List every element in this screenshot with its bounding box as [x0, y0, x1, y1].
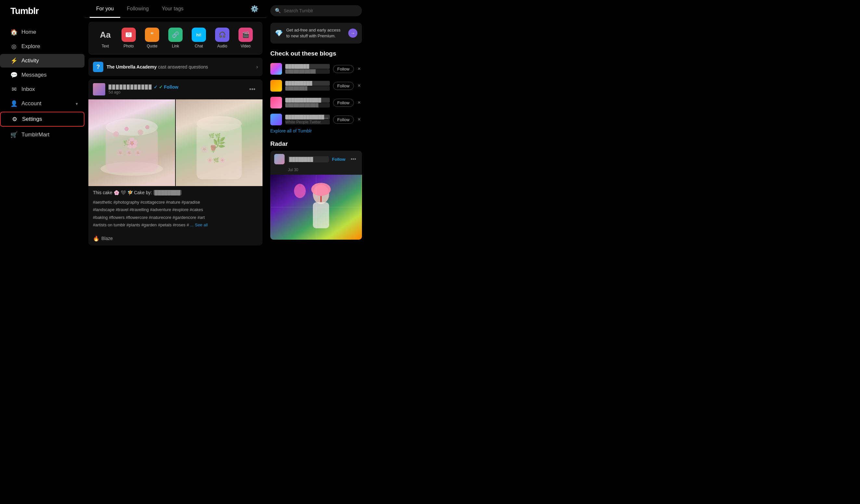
announcement-icon: ?: [93, 62, 103, 72]
post-type-chat[interactable]: hi! Chat: [187, 28, 211, 48]
tag-baking[interactable]: #baking: [93, 215, 108, 220]
svg-text:🌿: 🌿: [123, 139, 130, 146]
tag-naturecore[interactable]: #naturecore: [149, 215, 171, 220]
follow-blog-3-button[interactable]: Follow: [333, 99, 354, 107]
post-images: 🌸🌸🌸 🌿 🌸🌹 🌿🌿 🌸🌿🌸: [88, 99, 262, 186]
svg-rect-25: [299, 184, 301, 187]
blog-info-2: █████████ ████████: [285, 81, 330, 91]
post-menu-button[interactable]: •••: [247, 85, 258, 94]
post-time: 5d ago: [109, 90, 243, 94]
post-follow-button[interactable]: Follow: [164, 85, 178, 90]
tag-travel[interactable]: #travel: [116, 207, 128, 212]
tag-landscape[interactable]: #landscape: [93, 207, 115, 212]
sidebar-item-messages[interactable]: 💬 Messages: [0, 68, 85, 82]
tag-art[interactable]: #art: [198, 215, 205, 220]
dismiss-blog-4-button[interactable]: ×: [356, 116, 362, 123]
tag-garden[interactable]: #garden: [141, 222, 157, 227]
search-box[interactable]: 🔍: [270, 5, 362, 16]
tab-following[interactable]: Following: [120, 0, 155, 18]
radar-avatar: [274, 154, 285, 164]
blog-actions-2: Follow ×: [333, 82, 362, 90]
tag-flowercore[interactable]: #flowercore: [126, 215, 147, 220]
dismiss-blog-1-button[interactable]: ×: [356, 65, 362, 72]
blog-info-1: ████████ ███████████: [285, 64, 330, 74]
tag-petals[interactable]: #petals: [158, 222, 172, 227]
post-avatar: [93, 83, 105, 95]
svg-point-9: [145, 125, 149, 129]
sidebar-item-label: Activity: [22, 58, 39, 64]
activity-icon: ⚡: [10, 57, 17, 64]
tag-cakes[interactable]: #cakes: [190, 207, 203, 212]
post-author-name: ████████████ ✓ ✓ Follow: [109, 85, 243, 90]
post-type-text[interactable]: Aa Text: [94, 28, 117, 48]
tag-travelling[interactable]: #travelling: [130, 207, 149, 212]
post-type-video[interactable]: 🎬 Video: [234, 28, 257, 48]
blaze-button[interactable]: 🔥 Blaze: [93, 235, 113, 242]
blog-item: █████████████████ White People Twitter F…: [270, 111, 362, 128]
post-type-link[interactable]: 🔗 Link: [164, 28, 187, 48]
blog-handle-3: ████████████: [285, 103, 330, 107]
svg-point-7: [125, 127, 129, 131]
tag-flowers[interactable]: #flowers: [109, 215, 125, 220]
radar-image-art: [270, 175, 362, 240]
radar-follow-button[interactable]: Follow: [332, 157, 345, 162]
follow-blog-1-button[interactable]: Follow: [333, 65, 354, 73]
sidebar-item-label: Inbox: [22, 86, 35, 92]
chevron-down-icon: ▾: [76, 101, 78, 106]
post-author-info: ████████████ ✓ ✓ Follow 5d ago: [109, 85, 243, 94]
sidebar-item-label: Home: [22, 29, 36, 35]
sidebar-item-settings[interactable]: ⚙ Settings: [0, 112, 85, 127]
post-type-quote[interactable]: " Quote: [140, 28, 164, 48]
inbox-icon: ✉: [10, 86, 17, 93]
tag-roses[interactable]: #roses: [173, 222, 186, 227]
premium-text: Get ad-free and early access to new stuf…: [286, 27, 345, 39]
sidebar-item-inbox[interactable]: ✉ Inbox: [0, 83, 85, 96]
app-logo: Tumblr: [0, 6, 39, 16]
tag-cottagecore[interactable]: #cottagecore: [140, 200, 165, 205]
radar-header: ████████ Follow •••: [270, 151, 362, 167]
radar-menu-button[interactable]: •••: [349, 155, 358, 163]
follow-blog-2-button[interactable]: Follow: [333, 82, 354, 90]
feed-settings-icon[interactable]: ⚙️: [248, 2, 261, 15]
audio-post-icon: 🎧: [215, 28, 229, 42]
tag-adventure[interactable]: #adventure: [150, 207, 171, 212]
sidebar-item-account[interactable]: 👤 Account ▾: [0, 97, 85, 110]
tag-explore[interactable]: #explore: [172, 207, 188, 212]
photo-post-icon: [121, 28, 136, 42]
svg-rect-19: [313, 202, 329, 228]
blog-avatar-1: [270, 63, 282, 75]
premium-cta-button[interactable]: →: [348, 29, 357, 38]
tag-paradise[interactable]: #paradise: [182, 200, 200, 205]
explore-all-link[interactable]: Explore all of Tumblr: [270, 128, 312, 133]
sidebar-item-activity[interactable]: ⚡ Activity: [0, 54, 85, 68]
tag-nature[interactable]: #nature: [166, 200, 180, 205]
tag-gardencore[interactable]: #gardencore: [173, 215, 196, 220]
announcement-banner[interactable]: ? The Umbrella Academy cast answered que…: [88, 58, 262, 76]
sidebar-item-explore[interactable]: ◎ Explore: [0, 40, 85, 53]
blog-avatar-3: [270, 97, 282, 108]
sidebar-item-tumblrmart[interactable]: 🛒 TumblrMart: [0, 128, 85, 142]
post-type-audio[interactable]: 🎧 Audio: [211, 28, 234, 48]
post-type-photo[interactable]: Photo: [117, 28, 140, 48]
sidebar-item-home[interactable]: 🏠 Home: [0, 25, 85, 39]
quote-post-label: Quote: [147, 44, 158, 48]
chevron-right-icon: ›: [256, 64, 258, 70]
tag-aesthetic[interactable]: #aesthetic: [93, 200, 112, 205]
sidebar-nav: 🏠 Home ◎ Explore ⚡ Activity 💬 Messages ✉…: [0, 25, 85, 142]
see-all-tags[interactable]: ... See all: [190, 222, 207, 227]
search-input[interactable]: [284, 8, 357, 13]
tab-your-tags[interactable]: Your tags: [155, 0, 190, 18]
svg-text:🌸🌸🌸: 🌸🌸🌸: [116, 148, 142, 157]
dismiss-blog-2-button[interactable]: ×: [356, 82, 362, 89]
sidebar-item-label: Account: [22, 100, 41, 107]
post-tags: #aesthetic #photography #cottagecore #na…: [93, 198, 258, 229]
follow-blog-4-button[interactable]: Follow: [333, 116, 354, 124]
tabs-bar: For you Following Your tags ⚙️: [85, 0, 267, 18]
tab-for-you[interactable]: For you: [90, 0, 120, 18]
tag-plants[interactable]: #plants: [126, 222, 140, 227]
dismiss-blog-3-button[interactable]: ×: [356, 99, 362, 106]
tag-artists-on-tumblr[interactable]: #artists on tumblr: [93, 222, 125, 227]
tag-photography[interactable]: #photography: [113, 200, 139, 205]
radar-section-title: Radar: [270, 140, 362, 147]
svg-rect-23: [320, 196, 322, 202]
